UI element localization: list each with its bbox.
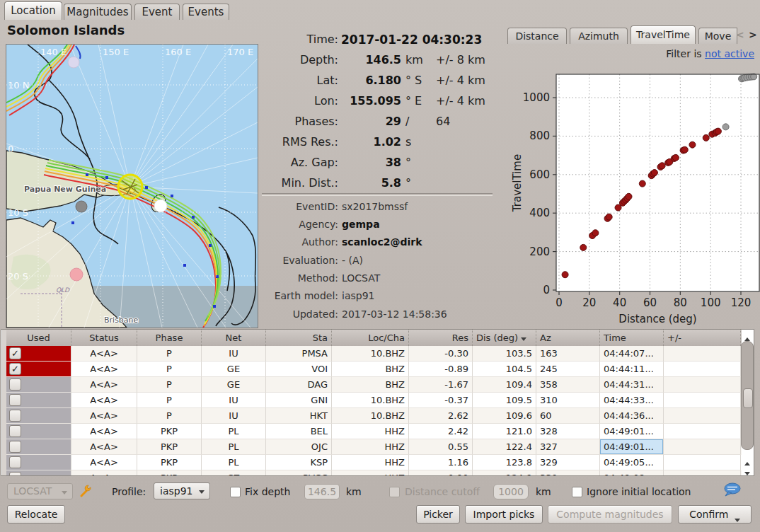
cell-phase[interactable]: P	[137, 346, 202, 362]
cell-dis[interactable]: 124.9	[473, 470, 536, 476]
cell-res[interactable]: 2.42	[409, 424, 473, 439]
cell-phase[interactable]: P	[137, 408, 202, 424]
tab-magnitudes[interactable]: Magnitudes	[64, 4, 132, 20]
table-row[interactable]: ✓A<A>PGEVOIBHZ-0.89104.524504:44:11...	[6, 362, 742, 377]
table-row[interactable]: A<A>PGEDAGBHZ-1.67109.435804:44:31...	[6, 377, 742, 393]
cell-dis[interactable]: 104.5	[473, 362, 536, 377]
tab-scroll-left[interactable]: <	[736, 29, 744, 40]
cell-net[interactable]: GE	[202, 362, 266, 377]
cell-net[interactable]: PL	[202, 439, 266, 455]
cell-phase[interactable]: P	[137, 393, 202, 408]
ignore-initial-location-checkbox[interactable]	[572, 487, 582, 497]
locator-select[interactable]: LOCSAT	[7, 483, 73, 499]
cell-time[interactable]: 04:44:11...	[600, 362, 664, 377]
used-checkbox[interactable]	[9, 441, 21, 453]
used-checkbox[interactable]	[9, 472, 21, 476]
data-point-used[interactable]	[562, 272, 568, 278]
filter-link[interactable]: not active	[705, 48, 754, 59]
column-header-time[interactable]: Time	[600, 330, 664, 346]
table-row[interactable]: A<A>PKPPLKSPHHZ1.16123.832904:49:05...	[6, 455, 742, 470]
cell-az[interactable]: 328	[536, 424, 600, 439]
column-header-pm[interactable]: +/-	[664, 330, 741, 346]
station-dot-lavender[interactable]	[68, 57, 79, 68]
cell-phase[interactable]: PKP	[137, 424, 202, 439]
station-dot-pink[interactable]	[70, 268, 83, 281]
column-header-dis[interactable]: Dis (deg)	[473, 330, 536, 346]
cell-dis[interactable]: 121.0	[473, 424, 536, 439]
confirm-button[interactable]: Confirm	[678, 505, 752, 524]
column-header-res[interactable]: Res	[409, 330, 473, 346]
cell-az[interactable]: 358	[536, 377, 600, 393]
cell-phase[interactable]: P	[137, 377, 202, 393]
cell-used[interactable]	[6, 377, 71, 393]
cell-sta[interactable]: KSP	[266, 455, 332, 470]
cell-cha[interactable]: BHZ	[332, 377, 409, 393]
cell-net[interactable]: IU	[202, 393, 266, 408]
table-row[interactable]: ✓A<A>PIUPMSA10.BHZ-0.30103.516304:44:07.…	[6, 346, 742, 362]
table-row[interactable]: A<A>PIUHKT10.BHZ2.62109.66004:44:36...	[6, 408, 742, 424]
data-point-used[interactable]	[715, 128, 721, 134]
cell-az[interactable]: 327	[536, 439, 600, 455]
cell-status[interactable]: A<A>	[71, 362, 137, 377]
fix-depth-input[interactable]: 146.5	[304, 484, 340, 499]
cell-cha[interactable]: BHZ	[332, 362, 409, 377]
column-header-status[interactable]: Status	[71, 330, 137, 346]
data-point-used[interactable]	[626, 193, 632, 200]
cell-status[interactable]: A<A>	[71, 393, 137, 408]
cell-time[interactable]: 04:49:01...	[600, 424, 664, 439]
column-header-sta[interactable]: Sta	[266, 330, 332, 346]
cell-sta[interactable]: PMSA	[266, 346, 332, 362]
cell-time[interactable]: 04:44:36...	[600, 408, 664, 424]
plot-tab-traveltime[interactable]: TravelTime	[631, 25, 696, 44]
cell-dis[interactable]: 109.5	[473, 393, 536, 408]
cell-pm[interactable]	[664, 455, 741, 470]
cell-sta[interactable]: VOI	[266, 362, 332, 377]
column-header-cha[interactable]: Loc/Cha	[332, 330, 409, 346]
cell-cha[interactable]: HHZ	[332, 455, 409, 470]
cell-time[interactable]: 04:44:07...	[600, 346, 664, 362]
data-point-used[interactable]	[681, 146, 688, 153]
cell-res[interactable]: 0.55	[409, 439, 473, 455]
cell-phase[interactable]: PKP	[137, 455, 202, 470]
cell-used[interactable]	[6, 470, 71, 476]
cell-pm[interactable]	[664, 377, 741, 393]
data-point-used[interactable]	[651, 170, 657, 176]
confirm-dropdown-icon[interactable]	[735, 519, 740, 522]
cell-az[interactable]: 330	[536, 470, 600, 476]
picker-button[interactable]: Picker	[416, 505, 460, 524]
relocate-button[interactable]: Relocate	[7, 505, 65, 524]
tab-events[interactable]: Events	[183, 4, 229, 20]
used-checkbox[interactable]: ✓	[9, 347, 21, 359]
cell-sta[interactable]: HKT	[266, 408, 332, 424]
event-map[interactable]: 140 E 150 E 160 E 170 E 10 N 0 10 S 20 S…	[6, 44, 258, 328]
cell-res[interactable]: 0.90	[409, 470, 473, 476]
profile-select[interactable]: iasp91	[154, 482, 210, 499]
cell-az[interactable]: 245	[536, 362, 600, 377]
cell-az[interactable]: 163	[536, 346, 600, 362]
cell-dis[interactable]: 103.5	[473, 346, 536, 362]
cell-used[interactable]: ✓	[6, 362, 71, 377]
tab-location[interactable]: Location	[4, 1, 62, 20]
data-point-used[interactable]	[639, 180, 645, 187]
data-point-used[interactable]	[689, 141, 696, 148]
cell-phase[interactable]: P	[137, 362, 202, 377]
locator-settings-icon[interactable]	[79, 484, 93, 498]
cell-cha[interactable]: HHZ	[332, 470, 409, 476]
cell-sta[interactable]: GNI	[266, 393, 332, 408]
cell-cha[interactable]: HHZ	[332, 439, 409, 455]
scroll-up-button-2[interactable]	[742, 455, 752, 463]
used-checkbox[interactable]: ✓	[9, 363, 21, 375]
cell-pm[interactable]	[664, 393, 741, 408]
data-point-unused[interactable]	[722, 124, 729, 130]
cell-cha[interactable]: 10.BHZ	[332, 393, 409, 408]
cell-net[interactable]: PL	[202, 455, 266, 470]
cell-net[interactable]: IU	[202, 408, 266, 424]
distance-cutoff-input[interactable]: 1000	[493, 484, 529, 499]
table-row[interactable]: A<A>PIUGNI10.BHZ-0.37109.531004:44:33...	[6, 393, 742, 408]
cell-net[interactable]: GE	[202, 377, 266, 393]
cell-res[interactable]: 2.62	[409, 408, 473, 424]
cell-sta[interactable]: BEL	[266, 424, 332, 439]
cell-az[interactable]: 60	[536, 408, 600, 424]
cell-time[interactable]: 04:44:31...	[600, 377, 664, 393]
cell-res[interactable]: -0.89	[409, 362, 473, 377]
